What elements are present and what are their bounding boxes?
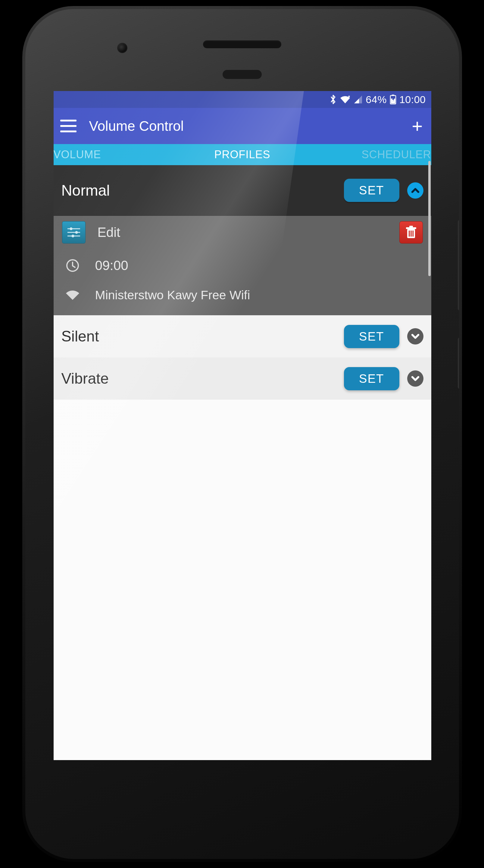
time-row[interactable]: 09:00 — [54, 249, 431, 282]
chevron-down-icon — [411, 332, 420, 341]
profile-name-vibrate: Vibrate — [61, 370, 336, 387]
tab-scheduler[interactable]: SCHEDULER — [306, 148, 431, 161]
chevron-up-icon — [411, 186, 420, 195]
trash-icon — [405, 225, 417, 239]
wifi-icon — [340, 95, 351, 104]
wifi-label: Ministerstwo Kawy Free Wifi — [95, 288, 250, 302]
profile-row-vibrate: Vibrate SET — [54, 358, 431, 400]
svg-rect-13 — [411, 230, 412, 237]
speaker-slot — [203, 40, 281, 48]
scrollbar[interactable] — [428, 161, 431, 276]
set-button-normal[interactable]: SET — [344, 179, 399, 202]
phone-frame: 64% 10:00 — [22, 6, 462, 862]
sensor-slot — [223, 70, 262, 79]
wifi-small-icon — [62, 285, 83, 305]
app-bar: Volume Control + — [54, 108, 431, 144]
side-button-power — [458, 338, 459, 389]
svg-rect-11 — [409, 226, 413, 227]
set-button-vibrate[interactable]: SET — [344, 367, 399, 390]
profile-row-normal: Normal SET — [54, 165, 431, 216]
svg-point-6 — [70, 227, 72, 230]
sliders-icon — [62, 221, 86, 244]
edit-row[interactable]: Edit — [54, 216, 431, 249]
phone-inner: 64% 10:00 — [25, 9, 459, 859]
signal-icon — [354, 95, 363, 104]
expand-button-vibrate[interactable] — [407, 370, 423, 387]
svg-rect-14 — [412, 230, 414, 237]
expand-button-silent[interactable] — [407, 328, 423, 344]
empty-area — [54, 400, 431, 760]
profile-row-silent: Silent SET — [54, 315, 431, 358]
tab-profiles[interactable]: PROFILES — [179, 148, 306, 161]
tab-bar: VOLUME PROFILES SCHEDULER — [54, 144, 431, 165]
wifi-row[interactable]: Ministerstwo Kawy Free Wifi — [54, 282, 431, 315]
svg-rect-1 — [392, 95, 394, 96]
time-label: 09:00 — [95, 258, 128, 273]
delete-button[interactable] — [399, 221, 423, 244]
screen: 64% 10:00 — [54, 91, 431, 760]
status-bar: 64% 10:00 — [54, 91, 431, 108]
hamburger-icon[interactable] — [60, 120, 76, 132]
svg-rect-12 — [409, 230, 410, 237]
bluetooth-icon — [329, 94, 337, 105]
clock-text: 10:00 — [399, 94, 426, 105]
tab-volume[interactable]: VOLUME — [54, 148, 179, 161]
app-title: Volume Control — [89, 118, 397, 134]
battery-percent: 64% — [366, 94, 387, 105]
profile-normal-expanded: Edit — [54, 216, 431, 315]
collapse-button-normal[interactable] — [407, 182, 423, 198]
profile-name-normal: Normal — [61, 182, 336, 199]
front-camera — [117, 43, 127, 53]
chevron-down-icon — [411, 374, 420, 383]
svg-point-8 — [71, 235, 74, 238]
add-button[interactable]: + — [410, 117, 424, 135]
svg-point-7 — [75, 231, 78, 234]
set-button-silent[interactable]: SET — [344, 325, 399, 348]
clock-icon — [62, 255, 83, 276]
side-button-volume — [458, 220, 459, 310]
profile-name-silent: Silent — [61, 328, 336, 345]
edit-label: Edit — [98, 225, 121, 240]
battery-icon — [390, 94, 396, 104]
